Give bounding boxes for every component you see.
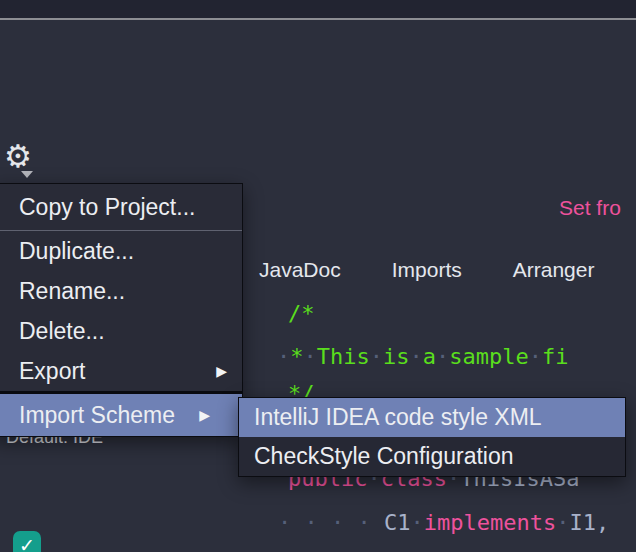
submenu-item-label: CheckStyle Configuration: [254, 443, 514, 470]
submenu-item-intellij-idea-code-style-xml[interactable]: IntelliJ IDEA code style XML: [239, 398, 625, 437]
menu-item-label: Export: [19, 358, 85, 385]
code-token: ·: [277, 344, 290, 369]
tab-arranger[interactable]: Arranger: [513, 258, 595, 282]
success-check-badge[interactable]: ✓: [13, 531, 41, 552]
submenu-arrow-icon: ▶: [216, 364, 227, 378]
menu-item-duplicate[interactable]: Duplicate...: [0, 231, 242, 271]
import-scheme-submenu: IntelliJ IDEA code style XMLCheckStyle C…: [238, 397, 626, 477]
code-token: implements: [424, 510, 556, 535]
submenu-item-checkstyle-configuration[interactable]: CheckStyle Configuration: [239, 437, 625, 476]
tab-imports[interactable]: Imports: [392, 258, 462, 282]
code-token: I1,: [569, 510, 609, 535]
menu-item-label: Delete...: [19, 318, 105, 345]
code-token: · · · ·: [278, 510, 384, 535]
gear-menu: Copy to Project...Duplicate...Rename...D…: [0, 183, 243, 437]
menu-item-label: Rename...: [19, 278, 125, 305]
menu-item-label: Import Scheme: [19, 402, 175, 429]
code-style-tabs: JavaDocImportsArranger: [259, 258, 594, 282]
code-token: /*: [288, 301, 315, 326]
code-token: ·: [304, 344, 317, 369]
menu-item-import-scheme[interactable]: Import Scheme▶: [0, 394, 242, 436]
code-token: is: [383, 344, 410, 369]
code-token: a: [423, 344, 436, 369]
clipped-scheme-label: Default: IDE: [6, 437, 156, 448]
code-token: ·: [529, 344, 542, 369]
submenu-item-label: IntelliJ IDEA code style XML: [254, 404, 542, 431]
menu-item-label: Copy to Project...: [19, 194, 195, 221]
code-line: ·*·This·is·a·sample·fi: [277, 344, 568, 370]
menu-item-export[interactable]: Export▶: [0, 351, 242, 391]
code-token: ·: [370, 344, 383, 369]
code-token: ·: [556, 510, 569, 535]
code-token: ·: [436, 344, 449, 369]
clipped-scheme-text: Default: IDE: [6, 437, 156, 448]
code-token: ·: [409, 344, 422, 369]
submenu-arrow-icon: ▶: [199, 408, 210, 422]
menu-item-delete[interactable]: Delete...: [0, 311, 242, 351]
code-token: This: [317, 344, 370, 369]
menu-item-label: Duplicate...: [19, 238, 134, 265]
code-token: fi: [542, 344, 569, 369]
code-line: /*: [288, 301, 315, 327]
code-token: C1: [384, 510, 411, 535]
menu-item-copy-to-project[interactable]: Copy to Project...: [0, 184, 242, 230]
checkmark-icon: ✓: [19, 536, 35, 552]
menu-item-rename[interactable]: Rename...: [0, 271, 242, 311]
code-line: · · · · C1·implements·I1,: [278, 510, 609, 536]
code-token: ·: [410, 510, 423, 535]
code-token: sample: [449, 344, 528, 369]
code-token: *: [290, 344, 303, 369]
tab-javadoc[interactable]: JavaDoc: [259, 258, 341, 282]
